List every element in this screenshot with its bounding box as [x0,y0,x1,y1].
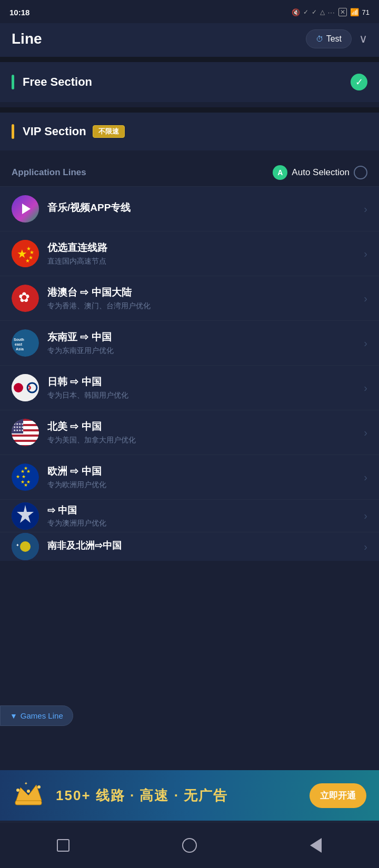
chevron-down-icon[interactable]: ∨ [359,32,367,46]
auto-selection-radio[interactable] [354,166,367,179]
line-info-music: 音乐/视频APP专线 [47,201,360,217]
free-section-card: Free Section ✓ [0,62,379,102]
header-right: ⏱ Test ∨ [306,29,367,48]
promo-button[interactable]: 立即开通 [310,783,366,808]
free-section-check[interactable]: ✓ [351,74,367,90]
cn-flag-svg: ★ ★ ★ ★ ★ [12,240,39,267]
chevron-right-icon-eu: › [364,471,367,483]
check-icon-1: ✓ [303,8,308,16]
auto-selection-row[interactable]: A Auto Selection [273,165,367,180]
chevron-right-icon-sea: › [364,337,367,349]
app-lines-label: Application Lines [12,167,86,178]
line-info-aus: ⇨ 中国 专为澳洲用户优化 [47,504,360,528]
nav-home-button[interactable] [178,834,201,857]
line-subtitle-aus: 专为澳洲用户优化 [47,519,360,528]
test-button[interactable]: ⏱ Test [306,29,352,48]
eu-flag-icon: ★ ★ ★ ★ ★ ★ ★ ★ [12,463,39,491]
line-title-aus: ⇨ 中国 [47,504,360,517]
free-section-title-row: Free Section [12,75,92,89]
svg-text:★: ★ [24,466,28,471]
svg-rect-22 [12,442,39,445]
battery-icon: 71 [362,8,370,16]
line-item-africa[interactable]: ✦ 南非及北洲⇨中国 › [0,532,379,561]
svg-text:South: South [14,338,24,341]
svg-point-42 [37,785,41,789]
nav-back-button[interactable] [52,834,75,857]
line-item-us[interactable]: ★★★★ ★★★★ ★★★★ 北美 ⇨ 中国 专为美国、加拿大用户优化 › [0,410,379,455]
svg-text:✦: ✦ [24,781,28,786]
play-triangle [22,204,31,214]
line-info-us: 北美 ⇨ 中国 专为美国、加拿大用户优化 [47,420,360,445]
music-icon [12,195,39,223]
section-gap-1 [0,57,379,62]
mute-icon: 🔇 [292,8,300,16]
chevron-right-icon-us: › [364,427,367,439]
chevron-right-icon-music: › [364,203,367,215]
jpkr-flag-svg [12,374,39,401]
africa-flag-icon: ✦ [12,533,39,560]
line-title-sea: 东南亚 ⇨ 中国 [47,330,360,344]
chevron-right-icon-hkmacau: › [364,292,367,305]
auto-selection-text: Auto Selection [292,167,350,178]
delta-icon: △ [320,8,325,16]
chevron-right-icon-direct: › [364,248,367,260]
crown-svg: ✦ [13,780,44,806]
svg-text:★: ★ [24,482,28,488]
free-section-header: Free Section ✓ [12,74,367,90]
hk-flag-svg: ✿ [12,285,39,312]
promo-crown-icon: ✦ [13,780,44,811]
line-item-hkmacau[interactable]: ✿ 港澳台 ⇨ 中国大陆 专为香港、澳门、台湾用户优化 › [0,276,379,320]
line-item-eu[interactable]: ★ ★ ★ ★ ★ ★ ★ ★ 欧洲 ⇨ 中国 专为欧洲用户优化 › [0,455,379,499]
line-item-sea[interactable]: South east Asia 东南亚 ⇨ 中国 专为东南亚用户优化 › [0,320,379,365]
line-title-hkmacau: 港澳台 ⇨ 中国大陆 [47,286,360,299]
line-subtitle-eu: 专为欧洲用户优化 [47,480,360,490]
nav-recents-button[interactable] [304,834,327,857]
line-item-aus[interactable]: ⇨ 中国 专为澳洲用户优化 › [0,499,379,532]
vip-section-bar [12,124,14,139]
nav-circle-icon [182,838,197,853]
sea-flag-svg: South east Asia [12,329,39,357]
line-item-music[interactable]: 音乐/视频APP专线 › [0,186,379,231]
promo-text: 150+ 线路 · 高速 · 无广告 [56,786,300,805]
screen-icon: ✕ [338,8,347,16]
games-line-pill[interactable]: ▼ Games Line [0,705,73,726]
vip-section-title-row: VIP Section 不限速 [12,124,125,139]
jpkr-flag-icon [12,374,39,401]
line-info-jpkr: 日韩 ⇨ 中国 专为日本、韩国用户优化 [47,375,360,400]
status-bar: 10:18 🔇 ✓ ✓ △ ··· ✕ 📶 71 [0,0,379,23]
chevron-right-icon-africa: › [364,541,367,553]
africa-flag-svg: ✦ [12,533,39,560]
section-gap-2 [0,107,379,113]
nav-square-icon [57,839,69,852]
line-item-jpkr[interactable]: 日韩 ⇨ 中国 专为日本、韩国用户优化 › [0,365,379,410]
vip-section-header: VIP Section 不限速 [12,124,367,139]
header: Line ⏱ Test ∨ [0,23,379,57]
chevron-right-icon-jpkr: › [364,382,367,394]
free-section-title: Free Section [23,75,92,89]
svg-text:✦: ✦ [16,543,19,548]
line-subtitle-sea: 专为东南亚用户优化 [47,346,360,356]
line-subtitle-jpkr: 专为日本、韩国用户优化 [47,391,360,400]
line-item-direct[interactable]: ★ ★ ★ ★ ★ 优选直连线路 直连国内高速节点 › [0,231,379,276]
status-icons: 🔇 ✓ ✓ △ ··· ✕ 📶 71 [292,8,370,16]
hk-flag-icon: ✿ [12,285,39,312]
free-section-bar [12,75,14,89]
svg-rect-21 [12,437,39,440]
vip-section-card: VIP Section 不限速 [0,113,379,150]
svg-text:Asia: Asia [16,347,24,351]
line-info-eu: 欧洲 ⇨ 中国 专为欧洲用户优化 [47,465,360,490]
line-title-eu: 欧洲 ⇨ 中国 [47,465,360,478]
svg-text:east: east [15,342,23,346]
vip-badge: 不限速 [93,125,125,138]
app-title: Line [12,31,42,47]
nav-triangle-icon [310,838,322,853]
svg-point-41 [16,789,19,792]
eu-flag-svg: ★ ★ ★ ★ ★ ★ ★ ★ [12,463,39,491]
promo-banner: ✦ 150+ 线路 · 高速 · 无广告 立即开通 [0,770,379,821]
svg-text:★★★★: ★★★★ [13,429,24,432]
line-subtitle-hkmacau: 专为香港、澳门、台湾用户优化 [47,301,360,311]
games-line-label: Games Line [21,711,63,720]
line-items-container: 音乐/视频APP专线 › ★ ★ ★ ★ ★ 优选直连线路 直连国内高速节点 ›… [0,186,379,561]
line-info-africa: 南非及北洲⇨中国 [47,539,360,554]
line-title-direct: 优选直连线路 [47,241,360,255]
